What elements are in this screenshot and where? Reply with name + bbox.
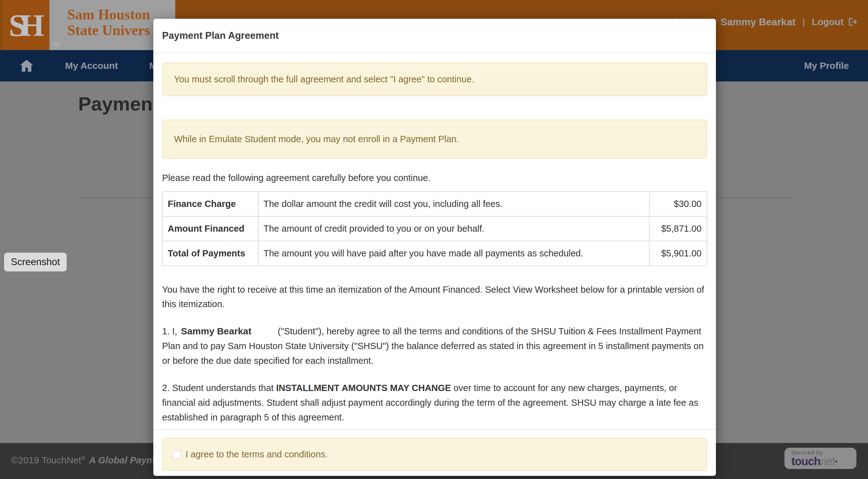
session-separator: | (800, 17, 808, 27)
scroll-instruction-text: You must scroll through the full agreeme… (174, 74, 474, 85)
logout-link[interactable]: Logout (812, 17, 857, 27)
clause-1-prefix: 1. I, (162, 326, 177, 336)
touchnet-logo-bold: touch (791, 455, 820, 468)
user-name: Sammy Bearkat (720, 16, 796, 28)
scroll-instruction-alert: You must scroll through the full agreeme… (162, 63, 707, 96)
emulate-mode-alert: While in Emulate Student mode, you may n… (162, 120, 707, 159)
dialog-title: Payment Plan Agreement (162, 30, 279, 41)
payment-plan-agreement-dialog: Payment Plan Agreement You must scroll t… (153, 19, 716, 476)
university-name: Sam Houston State Univers (67, 7, 150, 38)
clause-2-bold: INSTALLMENT AMOUNTS MAY CHANGE (276, 383, 451, 393)
agree-checkbox[interactable] (173, 450, 181, 459)
table-row: Total of Payments The amount you will ha… (162, 241, 707, 266)
touchnet-badge: Secured by touchnet• (784, 448, 857, 469)
row-amount: $30.00 (649, 191, 707, 216)
dialog-header: Payment Plan Agreement (153, 19, 716, 53)
dialog-body: You must scroll through the full agreeme… (153, 53, 716, 471)
row-description: The amount of credit provided to you or … (258, 216, 649, 241)
registered-mark: ® (81, 455, 85, 461)
university-name-line1: Sam Houston (67, 7, 150, 23)
row-label: Amount Financed (162, 216, 258, 241)
touchnet-logo: touchnet• (791, 456, 857, 467)
row-label: Total of Payments (162, 241, 258, 266)
dialog-footer: Print Worksheet Print Agreement Back Can… (153, 471, 716, 476)
agreement-scroll-area[interactable]: While in Emulate Student mode, you may n… (153, 120, 716, 430)
logout-icon (847, 17, 857, 27)
trademark-label: TM (51, 42, 59, 48)
screenshot-chip[interactable]: Screenshot (4, 253, 67, 271)
nav-home[interactable] (20, 59, 34, 72)
clause-1: 1. I,Sammy Bearkat("Student"), hereby ag… (162, 324, 707, 368)
touchnet-logo-dot: • (835, 458, 837, 465)
university-logo: SH (3, 0, 50, 50)
clause-2-prefix: 2. Student understands that (162, 383, 276, 393)
agreement-intro: Please read the following agreement care… (162, 173, 707, 183)
row-amount: $5,871.00 (649, 216, 707, 241)
row-description: The amount you will have paid after you … (258, 241, 649, 266)
nav-item-my-account[interactable]: My Account (65, 60, 118, 71)
finance-summary-table: Finance Charge The dollar amount the cre… (162, 191, 707, 266)
itemization-paragraph: You have the right to receive at this ti… (162, 282, 707, 311)
touchnet-logo-light: net (820, 455, 835, 468)
student-name: Sammy Bearkat (181, 326, 251, 336)
page-title: Paymen (78, 93, 153, 115)
logout-label: Logout (812, 17, 844, 27)
screen: SH Sam Houston State Univers TM Logged i… (0, 0, 868, 479)
university-name-line2: State Univers (67, 23, 150, 38)
emulate-mode-text: While in Emulate Student mode, you may n… (174, 134, 459, 144)
row-description: The dollar amount the credit will cost y… (258, 191, 649, 216)
nav-item-my-profile[interactable]: My Profile (804, 60, 849, 71)
clause-2: 2. Student understands that INSTALLMENT … (162, 381, 707, 425)
logo-monogram: SH (9, 7, 43, 43)
copyright-fragment: ©2019 TouchNet (11, 455, 81, 465)
table-row: Amount Financed The amount of credit pro… (162, 216, 707, 241)
agree-section: I agree to the terms and conditions. (162, 438, 707, 471)
row-amount: $5,901.00 (649, 241, 707, 266)
row-label: Finance Charge (162, 191, 258, 216)
agree-label[interactable]: I agree to the terms and conditions. (186, 449, 328, 459)
home-icon (20, 59, 34, 72)
table-row: Finance Charge The dollar amount the cre… (162, 191, 707, 216)
